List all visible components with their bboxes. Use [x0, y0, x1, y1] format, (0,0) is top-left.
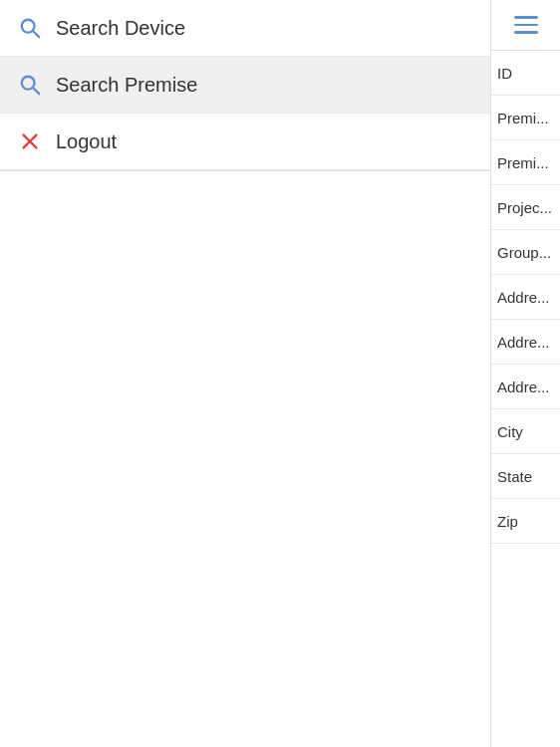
page-container: ID Premi... Premi... Projec... Group... …	[0, 0, 560, 747]
column-zip: Zip	[491, 499, 560, 544]
menu-item-logout[interactable]: Logout	[0, 114, 490, 170]
column-city: City	[491, 409, 560, 454]
column-group: Group...	[491, 230, 560, 275]
column-premi-1: Premi...	[491, 96, 560, 140]
right-header	[491, 0, 560, 51]
search-device-icon	[16, 14, 44, 42]
column-address-3: Addre...	[491, 365, 560, 409]
search-premise-icon	[16, 71, 44, 99]
logout-label: Logout	[56, 130, 117, 153]
right-panel: ID Premi... Premi... Projec... Group... …	[490, 0, 560, 747]
dropdown-menu: Search Device Search Premise Logout	[0, 0, 490, 171]
column-address-2: Addre...	[491, 320, 560, 365]
menu-item-search-premise[interactable]: Search Premise	[0, 57, 490, 114]
logout-icon	[16, 127, 44, 155]
search-device-label: Search Device	[56, 17, 185, 40]
column-id: ID	[491, 51, 560, 96]
column-labels: ID Premi... Premi... Projec... Group... …	[491, 51, 560, 544]
column-address-1: Addre...	[491, 275, 560, 320]
hamburger-line-3	[514, 31, 538, 34]
svg-line-1	[33, 31, 39, 37]
search-premise-label: Search Premise	[56, 74, 197, 97]
hamburger-line-1	[514, 16, 538, 19]
column-state: State	[491, 454, 560, 499]
hamburger-menu-button[interactable]	[514, 16, 538, 34]
column-project: Projec...	[491, 185, 560, 230]
menu-item-search-device[interactable]: Search Device	[0, 0, 490, 57]
column-premi-2: Premi...	[491, 140, 560, 185]
hamburger-line-2	[514, 24, 538, 27]
svg-line-3	[33, 88, 39, 94]
